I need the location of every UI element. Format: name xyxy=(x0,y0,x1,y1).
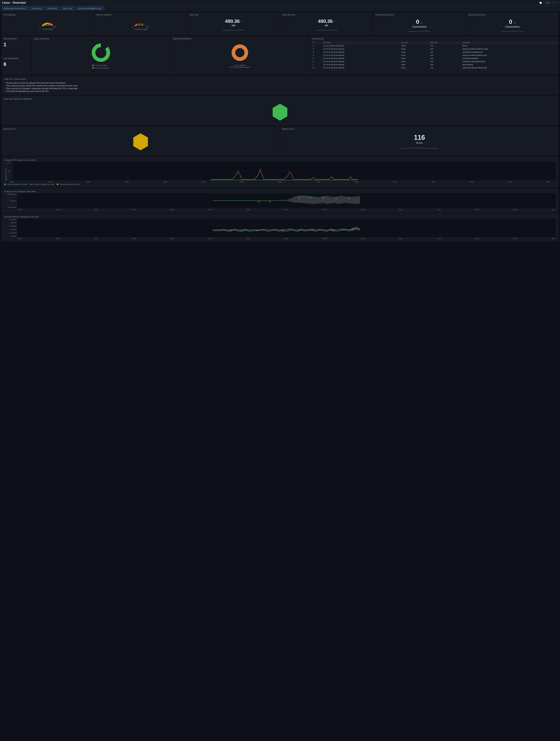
avg-mem-util-chart-wrap: 1.5 percent 1 percent 0.5 percent 0 perc… xyxy=(4,218,556,238)
hosts-high-cpu-section: Hosts with High CPU Utilization xyxy=(1,96,559,125)
legend-item: 1 Minute Average CPU Load xyxy=(4,184,27,185)
bytes-received-unit: MB xyxy=(282,24,370,27)
logins-panel: Logins by Outcome 9 (13.8%) Failure 56 (… xyxy=(32,36,170,75)
memory-utilization-card: Memory Utilization 0.14 0 100 % Memory U… xyxy=(94,12,187,35)
reporting-hosts-title: Reporting Hosts xyxy=(3,38,29,40)
outbound-arrow: ↓ xyxy=(421,20,423,25)
table-row: 5ip-172-31-95-39.ec2.internalhomeroot/us… xyxy=(312,57,557,60)
error-count: 116 xyxy=(282,134,557,141)
hosts-high-cpu-title: Hosts with High CPU Utilization xyxy=(3,98,557,100)
bytes-sent-value: 490.36 xyxy=(225,18,240,24)
mem-y-6: -1 percent xyxy=(4,235,16,237)
svg-point-2 xyxy=(96,48,106,57)
hex-chart-area xyxy=(3,101,557,123)
filter-hostgroup[interactable]: host.group * xyxy=(30,7,44,10)
bytes-received-card: Bytes Received 490.36 ↓ MB xyxy=(280,12,372,35)
cpu-util-y-bot: -2,000 percent xyxy=(4,206,16,208)
col-num: # xyxy=(312,41,322,44)
filter-deployment[interactable]: deployment.environment * xyxy=(2,7,29,10)
bytes-received-value: 490.36 xyxy=(318,18,333,24)
table-row: 8ip-172-31-95-39.ec2.internalhomeroot/op… xyxy=(312,66,557,69)
memory-range: 0 100 xyxy=(132,26,149,28)
cpu-util-svg-wrap xyxy=(17,193,556,208)
mem-util-svg-wrap xyxy=(17,218,556,238)
list-item: There may be an IO storage or networking… xyxy=(4,87,556,90)
network-errors-right-panel: Network Errors 116 Errors xyxy=(280,126,559,156)
avg-cpu-util-title: Average CPU Utilization Over Time xyxy=(4,190,556,193)
avg-cpu-util-chart-wrap: 2,000 percent 0 percent -2,000 percent xyxy=(4,193,556,208)
inbound-title: Inbound Connections xyxy=(468,14,557,16)
bytes-received-arrow: ↓ xyxy=(333,19,335,23)
outbound-display: 0 ↓ Connections xyxy=(375,17,464,33)
memory-value: 0.14 xyxy=(138,23,143,26)
cpu-label: % CPU Usage xyxy=(42,28,53,30)
success-label: 56 (86.2%) Success xyxy=(94,67,109,69)
inbound-connections-card: Inbound Connections 0 ↓ Connections xyxy=(466,12,559,35)
filter-process[interactable]: process.executable.name * xyxy=(76,7,104,10)
left-stack: Reporting Hosts 1 User Assignments 6 xyxy=(1,36,31,75)
svg-marker-13 xyxy=(269,201,271,202)
green-hexagon xyxy=(273,104,287,121)
mem-y-4: 0 percent xyxy=(4,229,16,230)
event-dist-panel: Total Event Distribution 1,410 (100.0%) … xyxy=(171,36,309,75)
cpu-title: CPU Utilization xyxy=(3,14,92,16)
svg-point-4 xyxy=(235,48,244,57)
filter-icon[interactable]: ▽ xyxy=(556,2,558,4)
sudo-table: # host.name src_user dest_user command 1… xyxy=(312,41,557,69)
cpu-value: 15.47 xyxy=(44,23,51,26)
network-errors-row: Network Errors Network Errors 116 Errors xyxy=(1,126,559,156)
table-row: 7ip-172-31-95-39.ec2.internalhomeroot/bi… xyxy=(312,63,557,66)
logins-donut: 9 (13.8%) Failure 56 (86.2%) Success xyxy=(34,41,168,69)
inbound-display: 0 ↓ Connections xyxy=(468,17,557,33)
time-range[interactable]: -60m xyxy=(544,1,551,4)
refresh-icon[interactable]: ↻ xyxy=(553,2,555,4)
avg-cpu-load-section: Average CPU Load (1m, 5m, 15m) Average C… xyxy=(1,157,559,187)
clock-icon: 🕐 xyxy=(539,2,542,4)
bytes-received-display: 490.36 ↓ MB xyxy=(282,17,370,32)
bytes-sent-arrow: ↓ xyxy=(240,19,242,23)
cpu-gauge: 15.47 0 100 % CPU Usage xyxy=(3,17,92,30)
table-row: 6ip-172-31-95-39.ec2.internalsumoroot/us… xyxy=(312,60,557,63)
outbound-value: 0 xyxy=(416,18,419,25)
failure-label: 9 (13.8%) Failure xyxy=(94,64,107,66)
mem-y-5: -0.5 percent xyxy=(4,232,16,234)
inbound-unit: Connections xyxy=(468,25,557,28)
bytes-sent-unit: MB xyxy=(190,24,278,27)
avg-cpu-util-section: Average CPU Utilization Over Time 2,000 … xyxy=(1,188,559,212)
network-errors-left-title: Network Errors xyxy=(3,128,278,130)
sudo-attempts-panel: Sudo Attempts # host.name src_user dest_… xyxy=(309,36,559,75)
event-dist-title: Total Event Distribution xyxy=(173,38,307,40)
bytes-received-title: Bytes Received xyxy=(282,14,370,16)
inbound-sparkline xyxy=(468,29,557,33)
avg-cpu-load-chart-wrap: Average CPU Load 0.04 0.02 0 xyxy=(4,162,556,181)
sudo-title: Sudo Attempts xyxy=(312,38,557,40)
avg-cpu-svg-wrap xyxy=(12,162,556,181)
reporting-hosts-panel: Reporting Hosts 1 xyxy=(1,36,31,55)
bytes-sent-title: Bytes Sent xyxy=(190,14,278,16)
bytes-sent-display: 490.36 ↓ MB xyxy=(190,17,278,32)
yellow-hexagon xyxy=(133,133,148,150)
memory-label: % Memory Usage xyxy=(134,28,147,30)
event-dist-label: 1,410 (100.0%) ip-172-31-95-39.ec2.inter… xyxy=(229,64,250,68)
filter-hostname[interactable]: host.name * xyxy=(46,7,60,10)
mem-util-x-axis: 15:3415:3815:4215:4615:5015:5415:5816:02… xyxy=(4,238,556,240)
metrics-row: CPU Utilization 15.47 0 100 % CPU Usage xyxy=(0,11,560,36)
high-cpu-section: High CPU Load Causes The host does not h… xyxy=(1,76,559,95)
mem-y-3: 0.5 percent xyxy=(4,225,16,227)
event-dist-donut: 1,410 (100.0%) ip-172-31-95-39.ec2.inter… xyxy=(173,41,307,68)
filter-destuser[interactable]: dest_user * xyxy=(62,7,75,10)
legend-item: 15 Minute Average CPU Load xyxy=(30,184,54,185)
logins-title: Logins by Outcome xyxy=(34,38,168,40)
cpu-util-y-axis: 2,000 percent 0 percent -2,000 percent xyxy=(4,193,17,208)
user-assignments-value: 6 xyxy=(3,61,29,67)
table-row: 1ip-172-31-95-39.ec2.internalhomeroot/bi… xyxy=(312,44,557,48)
cpu-util-y-mid: 0 percent xyxy=(4,200,16,202)
bullet-list: The host does not have the required CPU … xyxy=(4,82,556,92)
cpu-util-y-top: 2,000 percent xyxy=(4,193,16,195)
avg-mem-util-section: Average Memory Utilization Over Time 1.5… xyxy=(1,214,559,242)
user-assignments-panel: User Assignments 6 xyxy=(1,56,31,75)
outbound-unit: Connections xyxy=(375,25,464,28)
col-command: command xyxy=(461,41,557,44)
table-row: 2ip-172-31-95-39.ec2.internalhomeroot/op… xyxy=(312,48,557,51)
second-row: Reporting Hosts 1 User Assignments 6 Log… xyxy=(0,36,560,76)
